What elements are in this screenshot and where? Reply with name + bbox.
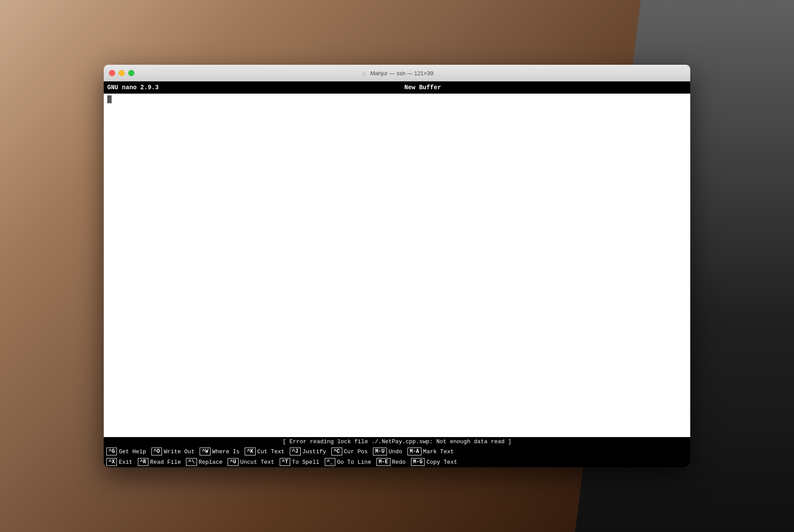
shortcut-copy-text[interactable]: M-G Copy Text	[408, 457, 460, 467]
label-mark-text: Mark Text	[423, 448, 454, 455]
shortcut-justify[interactable]: ^J Justify	[287, 446, 329, 457]
shortcut-undo[interactable]: M-U Undo	[370, 446, 405, 457]
shortcut-get-help[interactable]: ^G Get Help	[104, 446, 149, 457]
terminal-window: ⌂ Mahjur — ssh — 121×39 GNU nano 2.9.3 N…	[104, 65, 690, 467]
label-undo: Undo	[389, 448, 402, 455]
nano-buffer-name: New Buffer	[404, 84, 441, 91]
key-ctrl-r: ^R	[138, 458, 148, 466]
window-title: ⌂ Mahjur — ssh — 121×39	[361, 70, 433, 77]
nano-version: GNU nano 2.9.3	[107, 84, 159, 91]
key-ctrl-u: ^U	[228, 458, 238, 466]
shortcuts-row-1: ^G Get Help ^O Write Out ^W Where Is ^K …	[104, 446, 690, 457]
label-write-out: Write Out	[164, 448, 194, 455]
shortcut-cut-text[interactable]: ^K Cut Text	[242, 446, 287, 457]
home-icon: ⌂	[361, 70, 368, 77]
label-redo: Redo	[392, 459, 406, 466]
editor-area[interactable]	[104, 94, 690, 437]
shortcut-go-to-line[interactable]: ^_ Go To Line	[322, 457, 374, 467]
label-read-file: Read File	[150, 459, 181, 466]
key-ctrl-g: ^G	[106, 448, 117, 455]
terminal-body[interactable]: GNU nano 2.9.3 New Buffer [ Error readin…	[104, 81, 690, 467]
key-ctrl-backslash: ^\	[186, 458, 197, 466]
shortcut-uncut-text[interactable]: ^U Uncut Text	[225, 457, 277, 467]
label-uncut-text: Uncut Text	[240, 459, 274, 466]
shortcut-write-out[interactable]: ^O Write Out	[149, 446, 197, 457]
key-m-g: M-G	[411, 458, 425, 466]
label-cut-text: Cut Text	[257, 448, 285, 455]
key-ctrl-w: ^W	[200, 448, 210, 455]
label-to-spell: To Spell	[292, 459, 319, 466]
nano-header: GNU nano 2.9.3 New Buffer	[104, 81, 690, 94]
key-ctrl-o: ^O	[151, 448, 162, 455]
label-copy-text: Copy Text	[426, 459, 457, 466]
shortcuts-row-2: ^X Exit ^R Read File ^\ Replace ^U Uncut…	[104, 457, 690, 467]
shortcut-mark-text[interactable]: M-A Mark Text	[405, 446, 457, 457]
key-ctrl-k: ^K	[245, 448, 255, 455]
label-cur-pos: Cur Pos	[344, 448, 368, 455]
label-go-to-line: Go To Line	[337, 459, 371, 466]
key-m-u: M-U	[373, 448, 387, 455]
shortcuts-bar: ^G Get Help ^O Write Out ^W Where Is ^K …	[104, 446, 690, 467]
label-get-help: Get Help	[119, 448, 146, 455]
text-cursor	[107, 95, 112, 103]
minimize-button[interactable]	[119, 70, 125, 76]
key-m-e: M-E	[376, 458, 390, 466]
shortcut-cur-pos[interactable]: ^C Cur Pos	[329, 446, 370, 457]
key-ctrl-underscore: ^_	[325, 458, 335, 466]
traffic-lights	[109, 70, 134, 76]
key-m-a: M-A	[408, 448, 422, 455]
key-ctrl-x: ^X	[106, 458, 117, 466]
maximize-button[interactable]	[128, 70, 134, 76]
label-justify: Justify	[302, 448, 327, 455]
shortcut-redo[interactable]: M-E Redo	[374, 457, 408, 467]
shortcut-to-spell[interactable]: ^T To Spell	[277, 457, 322, 467]
key-ctrl-c: ^C	[331, 448, 342, 455]
shortcut-replace[interactable]: ^\ Replace	[183, 457, 225, 467]
error-message: [ Error reading lock file ./.NetPay.cpp.…	[104, 437, 690, 446]
label-where-is: Where Is	[212, 448, 239, 455]
label-replace: Replace	[199, 459, 223, 466]
key-ctrl-t: ^T	[280, 458, 290, 466]
shortcut-where-is[interactable]: ^W Where Is	[197, 446, 242, 457]
close-button[interactable]	[109, 70, 115, 76]
key-ctrl-j: ^J	[290, 448, 300, 455]
shortcut-read-file[interactable]: ^R Read File	[135, 457, 184, 467]
label-exit: Exit	[119, 459, 132, 466]
shortcut-exit[interactable]: ^X Exit	[104, 457, 135, 467]
title-bar: ⌂ Mahjur — ssh — 121×39	[104, 65, 690, 81]
